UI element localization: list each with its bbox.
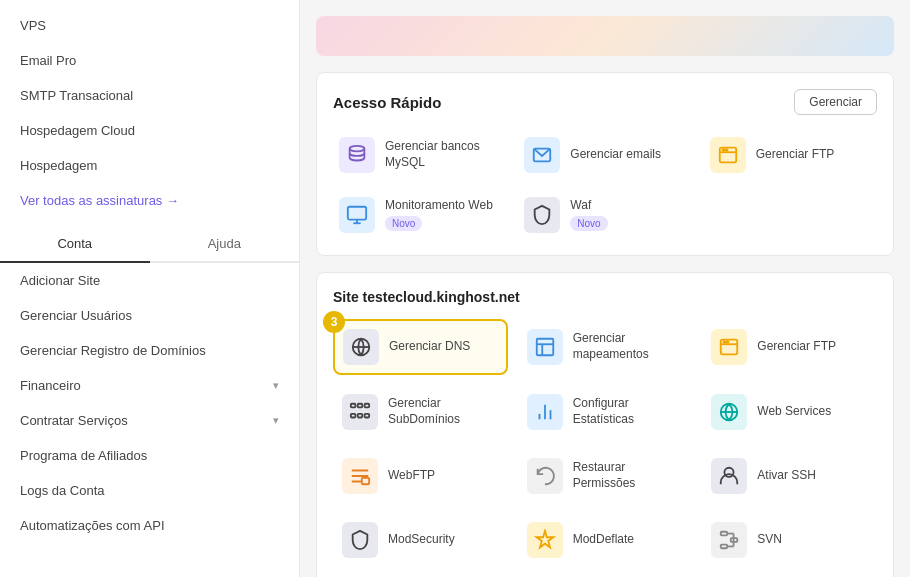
svn-icon (711, 522, 747, 558)
site-item-ftp2-label: Gerenciar FTP (757, 339, 836, 355)
site-item-modsec-label: ModSecurity (388, 532, 455, 548)
chevron-down-icon: ▾ (273, 414, 279, 427)
site-item-modsec[interactable]: ModSecurity (333, 513, 508, 567)
quick-access-title: Acesso Rápido (333, 94, 441, 111)
tab-ajuda[interactable]: Ajuda (150, 226, 300, 261)
see-all-subscriptions-link[interactable]: Ver todas as assinaturas → (0, 183, 299, 218)
svg-point-0 (350, 146, 365, 152)
restore-icon (527, 458, 563, 494)
sidebar-item-emailpro[interactable]: Email Pro (0, 43, 299, 78)
quick-item-monitor-label: Monitoramento Web Novo (385, 198, 493, 231)
modsec-icon (342, 522, 378, 558)
svg-rect-18 (351, 404, 356, 408)
quick-item-monitor[interactable]: Monitoramento Web Novo (333, 191, 506, 239)
svg-rect-21 (351, 414, 356, 418)
site-item-moddeflate[interactable]: ModDeflate (518, 513, 693, 567)
svg-point-5 (725, 149, 727, 151)
quick-item-mysql[interactable]: Gerenciar bancos MySQL (333, 131, 506, 179)
quick-item-emails-label: Gerenciar emails (570, 147, 661, 163)
stats-icon (527, 394, 563, 430)
site-item-subdomains[interactable]: Gerenciar SubDomínios (333, 385, 508, 439)
sidebar-item-registro-dominios[interactable]: Gerenciar Registro de Domínios (0, 333, 299, 368)
svg-rect-22 (358, 414, 363, 418)
svg-point-4 (722, 149, 724, 151)
quick-item-ftp[interactable]: Gerenciar FTP (704, 131, 877, 179)
main-content: Acesso Rápido Gerenciar Gerenciar bancos… (300, 0, 910, 577)
new-badge-waf: Novo (570, 216, 607, 231)
sidebar-item-adicionar-site[interactable]: Adicionar Site (0, 263, 299, 298)
site-card: Site testecloud.kinghost.net 3 Gerenciar… (316, 272, 894, 577)
sidebar-item-gerenciar-usuarios[interactable]: Gerenciar Usuários (0, 298, 299, 333)
site-item-mapeamentos-label: Gerenciar mapeamentos (573, 331, 684, 362)
webftp-icon (342, 458, 378, 494)
svg-rect-32 (721, 545, 727, 549)
site-item-webservices[interactable]: Web Services (702, 385, 877, 439)
dns-icon (343, 329, 379, 365)
site-item-subdomains-label: Gerenciar SubDomínios (388, 396, 499, 427)
map-icon (527, 329, 563, 365)
sidebar-item-logs[interactable]: Logs da Conta (0, 473, 299, 508)
dns-item-wrapper: 3 Gerenciar DNS (333, 319, 508, 375)
sidebar-item-financeiro[interactable]: Financeiro ▾ (0, 368, 299, 403)
card-header: Acesso Rápido Gerenciar (333, 89, 877, 115)
svg-rect-11 (536, 339, 553, 356)
site-title: Site testecloud.kinghost.net (333, 289, 877, 305)
quick-item-ftp-label: Gerenciar FTP (756, 147, 835, 163)
site-item-webftp[interactable]: WebFTP (333, 449, 508, 503)
sidebar: VPS Email Pro SMTP Transacional Hospedag… (0, 0, 300, 577)
quick-access-grid: Gerenciar bancos MySQL Gerenciar emails (333, 131, 877, 239)
site-item-stats-label: Configurar Estatísticas (573, 396, 684, 427)
moddeflate-icon (527, 522, 563, 558)
sidebar-item-smtp[interactable]: SMTP Transacional (0, 78, 299, 113)
sidebar-item-afiliados[interactable]: Programa de Afiliados (0, 438, 299, 473)
webservices-icon (711, 394, 747, 430)
database-icon (339, 137, 375, 173)
sidebar-item-contratar[interactable]: Contratar Serviços ▾ (0, 403, 299, 438)
email-icon (524, 137, 560, 173)
svg-rect-29 (362, 478, 369, 484)
manage-button[interactable]: Gerenciar (794, 89, 877, 115)
shield-icon (524, 197, 560, 233)
site-grid: 3 Gerenciar DNS (333, 319, 877, 567)
quick-item-mysql-label: Gerenciar bancos MySQL (385, 139, 500, 170)
ftp-icon (710, 137, 746, 173)
sidebar-menu: Adicionar Site Gerenciar Usuários Gerenc… (0, 263, 299, 543)
svg-rect-6 (348, 207, 366, 220)
site-item-svn[interactable]: SVN (702, 513, 877, 567)
site-item-webftp-label: WebFTP (388, 468, 435, 484)
site-item-svn-label: SVN (757, 532, 782, 548)
site-item-restore-label: Restaurar Permissões (573, 460, 684, 491)
site-item-ssh-label: Ativar SSH (757, 468, 816, 484)
banner (316, 16, 894, 56)
step-badge: 3 (323, 311, 345, 333)
svg-rect-31 (721, 532, 727, 536)
subdomain-icon (342, 394, 378, 430)
site-item-ssh[interactable]: Ativar SSH (702, 449, 877, 503)
quick-item-emails[interactable]: Gerenciar emails (518, 131, 691, 179)
site-item-webservices-label: Web Services (757, 404, 831, 420)
sidebar-item-hospedagem[interactable]: Hospedagem (0, 148, 299, 183)
sidebar-top-items: VPS Email Pro SMTP Transacional Hospedag… (0, 8, 299, 183)
svg-rect-23 (365, 414, 370, 418)
site-item-dns[interactable]: Gerenciar DNS (333, 319, 508, 375)
new-badge: Novo (385, 216, 422, 231)
svg-point-17 (727, 341, 729, 343)
sidebar-item-vps[interactable]: VPS (0, 8, 299, 43)
sidebar-tabs: Conta Ajuda (0, 226, 299, 263)
sidebar-item-cloud[interactable]: Hospedagem Cloud (0, 113, 299, 148)
svg-rect-19 (358, 404, 363, 408)
quick-item-waf-label: Waf Novo (570, 198, 607, 231)
site-item-dns-label: Gerenciar DNS (389, 339, 470, 355)
ftp2-icon (711, 329, 747, 365)
quick-access-card: Acesso Rápido Gerenciar Gerenciar bancos… (316, 72, 894, 256)
site-item-mapeamentos[interactable]: Gerenciar mapeamentos (518, 319, 693, 375)
svg-rect-20 (365, 404, 370, 408)
site-item-ftp2[interactable]: Gerenciar FTP (702, 319, 877, 375)
quick-item-waf[interactable]: Waf Novo (518, 191, 691, 239)
sidebar-item-automacoes[interactable]: Automatizações com API (0, 508, 299, 543)
monitor-icon (339, 197, 375, 233)
tab-conta[interactable]: Conta (0, 226, 150, 263)
site-item-restore[interactable]: Restaurar Permissões (518, 449, 693, 503)
site-item-stats[interactable]: Configurar Estatísticas (518, 385, 693, 439)
svg-point-16 (724, 341, 726, 343)
